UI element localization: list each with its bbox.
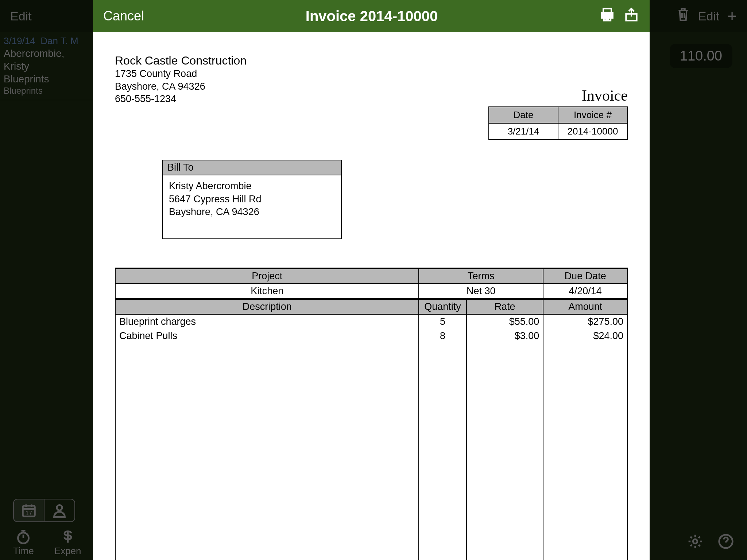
- cell-description: Cabinet Pulls: [115, 329, 419, 343]
- cell-amount: $24.00: [543, 329, 627, 343]
- invoice-document: Rock Castle Construction 1735 County Roa…: [93, 32, 650, 560]
- share-icon[interactable]: [623, 7, 639, 26]
- company-addr1: 1735 County Road: [115, 67, 628, 80]
- invoice-date: 3/21/14: [489, 123, 558, 140]
- company-name: Rock Castle Construction: [115, 54, 628, 67]
- col-project: Project: [115, 269, 419, 284]
- cell-quantity: 5: [419, 314, 466, 329]
- cell-rate: $3.00: [467, 329, 543, 343]
- val-terms: Net 30: [419, 284, 543, 299]
- bill-to-block: Bill To Kristy Abercrombie 5647 Cypress …: [162, 160, 342, 239]
- cell-quantity: 8: [419, 329, 466, 343]
- cell-description: Blueprint charges: [115, 314, 419, 329]
- invoice-meta-table: Date Invoice # 3/21/14 2014-10000: [488, 106, 628, 140]
- invoice-grid: Project Terms Due Date Kitchen Net 30 4/…: [115, 268, 628, 560]
- bill-to-name: Kristy Abercrombie: [169, 180, 335, 193]
- col-description: Description: [115, 299, 419, 314]
- modal-title: Invoice 2014-10000: [144, 8, 599, 24]
- modal-header: Cancel Invoice 2014-10000: [93, 0, 650, 32]
- table-row: Cabinet Pulls8$3.00$24.00: [115, 329, 627, 343]
- val-project: Kitchen: [115, 284, 419, 299]
- val-due: 4/20/14: [543, 284, 627, 299]
- cancel-button[interactable]: Cancel: [103, 8, 144, 24]
- bill-to-addr2: Bayshore, CA 94326: [169, 206, 335, 219]
- summary-table: Project Terms Due Date Kitchen Net 30 4/…: [115, 268, 628, 299]
- date-header: Date: [489, 107, 558, 123]
- col-quantity: Quantity: [419, 299, 466, 314]
- invoice-number: 2014-10000: [558, 123, 627, 140]
- bill-to-addr1: 5647 Cypress Hill Rd: [169, 193, 335, 206]
- print-icon[interactable]: [599, 7, 615, 26]
- invoice-label: Invoice: [488, 87, 628, 104]
- col-terms: Terms: [419, 269, 543, 284]
- line-items-table: Description Quantity Rate Amount Bluepri…: [115, 299, 628, 560]
- invoice-num-header: Invoice #: [558, 107, 627, 123]
- invoice-modal: Cancel Invoice 2014-10000 Rock Castle Co…: [93, 0, 650, 560]
- table-row: Blueprint charges5$55.00$275.00: [115, 314, 627, 329]
- col-rate: Rate: [467, 299, 543, 314]
- bill-to-header: Bill To: [163, 160, 341, 175]
- col-amount: Amount: [543, 299, 627, 314]
- cell-rate: $55.00: [467, 314, 543, 329]
- invoice-header-block: Invoice Date Invoice # 3/21/14 2014-1000…: [488, 87, 628, 140]
- col-due: Due Date: [543, 269, 627, 284]
- cell-amount: $275.00: [543, 314, 627, 329]
